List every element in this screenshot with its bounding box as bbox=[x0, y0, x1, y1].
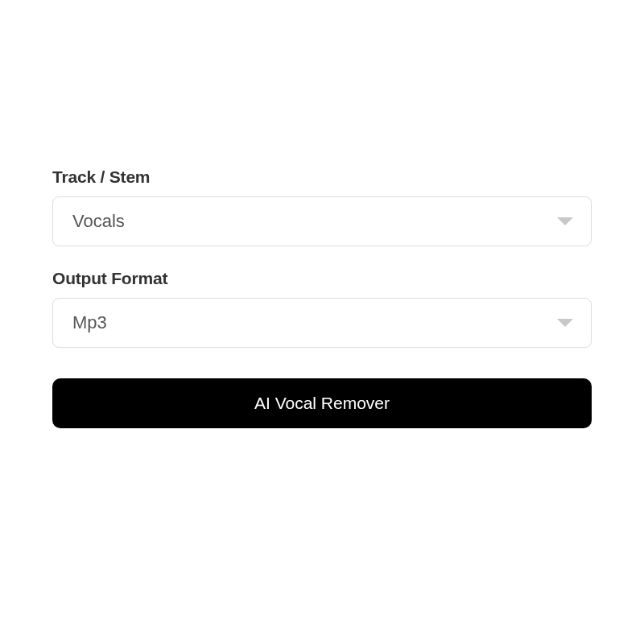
output-format-select[interactable]: Mp3 bbox=[52, 298, 592, 348]
output-format-field: Output Format Mp3 bbox=[52, 269, 592, 348]
ai-vocal-remover-button[interactable]: AI Vocal Remover bbox=[52, 378, 592, 428]
form-container: Track / Stem Vocals Output Format Mp3 AI… bbox=[52, 167, 592, 428]
track-stem-select[interactable]: Vocals bbox=[52, 196, 592, 246]
track-stem-label: Track / Stem bbox=[52, 167, 592, 187]
chevron-down-icon bbox=[557, 319, 573, 327]
output-format-value: Mp3 bbox=[72, 312, 107, 333]
track-stem-value: Vocals bbox=[72, 211, 125, 232]
chevron-down-icon bbox=[557, 217, 573, 225]
track-stem-field: Track / Stem Vocals bbox=[52, 167, 592, 246]
output-format-label: Output Format bbox=[52, 269, 592, 288]
